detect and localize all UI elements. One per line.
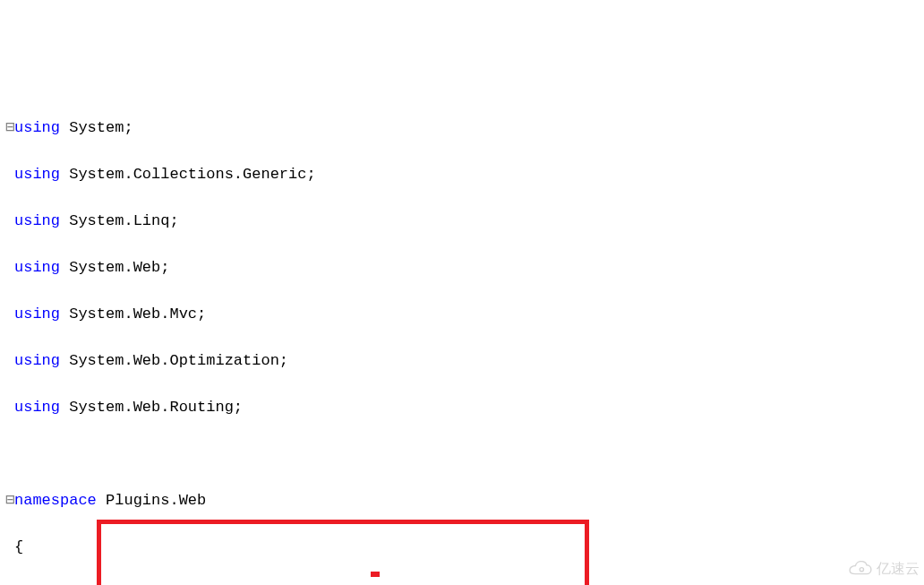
code-line[interactable]: using System.Web.Optimization;: [5, 349, 924, 373]
code-line[interactable]: using System.Web.Routing;: [5, 396, 924, 419]
keyword: using: [14, 352, 60, 369]
code-line[interactable]: ⊟namespace Plugins.Web: [5, 489, 924, 512]
code-text: System;: [60, 119, 133, 136]
code-text: System.Linq;: [60, 212, 179, 229]
keyword: namespace: [14, 492, 97, 509]
svg-point-0: [860, 568, 863, 572]
code-line[interactable]: using System.Web.Mvc;: [5, 303, 924, 326]
collapse-marker[interactable]: ⊟: [5, 489, 14, 512]
code-text: {: [14, 538, 23, 555]
code-text: System.Web;: [60, 259, 169, 276]
gutter-space: [5, 443, 14, 466]
code-text: System.Web.Routing;: [60, 399, 243, 416]
code-text: System.Collections.Generic;: [60, 166, 316, 183]
code-editor-viewport: ⊟using System; using System.Collections.…: [5, 93, 924, 585]
keyword: using: [14, 212, 60, 229]
watermark-text: 亿速云: [877, 557, 920, 581]
keyword: using: [14, 259, 60, 276]
collapse-marker[interactable]: ⊟: [5, 116, 14, 140]
watermark: 亿速云: [848, 557, 920, 581]
cursor-marker: [371, 572, 380, 577]
code-line[interactable]: using System.Collections.Generic;: [5, 163, 924, 186]
code-line[interactable]: using System.Web;: [5, 256, 924, 280]
highlight-annotation-box: [97, 520, 589, 585]
gutter-space: [5, 396, 14, 419]
code-line[interactable]: ⊟using System;: [5, 116, 924, 140]
cloud-icon: [848, 561, 873, 577]
code-line[interactable]: [5, 443, 924, 466]
gutter-space: [5, 303, 14, 326]
code-text: Plugins.Web: [97, 492, 206, 509]
keyword: using: [14, 166, 60, 183]
gutter-space: [5, 256, 14, 280]
code-text: System.Web.Optimization;: [60, 352, 288, 369]
keyword: using: [14, 399, 60, 416]
code-text: System.Web.Mvc;: [60, 305, 206, 323]
code-line[interactable]: using System.Linq;: [5, 210, 924, 233]
keyword: using: [14, 305, 60, 323]
keyword: using: [14, 119, 60, 136]
gutter-space: [5, 536, 14, 559]
gutter-space: [5, 163, 14, 186]
gutter-space: [5, 349, 14, 373]
gutter-space: [5, 210, 14, 233]
